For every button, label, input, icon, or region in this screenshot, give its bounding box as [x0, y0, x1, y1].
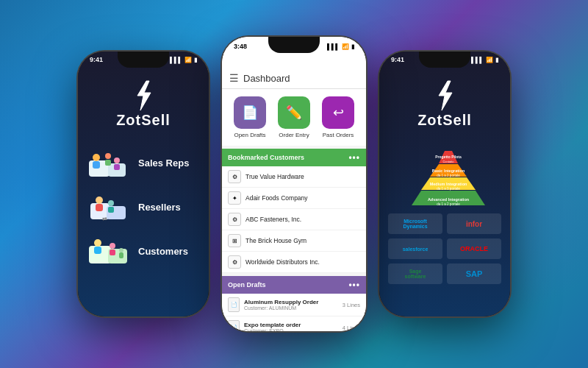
- svg-point-22: [119, 248, 123, 252]
- sage-logo: Sagesoftware: [388, 263, 442, 284]
- pyramid-svg: Advanced Integration da 1 a 2 portale Me…: [408, 141, 489, 207]
- open-drafts-label: Open Drafts: [234, 132, 265, 138]
- resellers-figure: ⇄: [87, 189, 131, 224]
- customer-list: ⚙ True Value Hardware ✦ Adair Foods Comp…: [222, 166, 366, 273]
- integration-logos: MicrosoftDynamics infor salesforce ORACL…: [379, 213, 510, 284]
- sales-reps-item: Sales Reps: [87, 145, 200, 180]
- sap-logo: SAP: [447, 263, 501, 284]
- svg-marker-0: [137, 81, 151, 110]
- resellers-item: ⇄ Resellers: [87, 189, 200, 224]
- phone1-content: 9:41 ▌▌▌ 📶 ▮ ZotSell: [78, 52, 209, 316]
- svg-rect-8: [114, 164, 120, 170]
- salesforce-text: salesforce: [403, 247, 429, 252]
- phone1-time: 9:41: [90, 56, 103, 63]
- menu-icon[interactable]: ☰: [229, 72, 239, 84]
- sales-reps-label: Sales Reps: [138, 158, 189, 169]
- svg-text:Progetto Pilota: Progetto Pilota: [435, 155, 462, 159]
- customer-item-3[interactable]: ⚙ ABC Fasteners, Inc.: [222, 209, 366, 230]
- open-drafts-header: Open Drafts •••: [222, 276, 366, 294]
- phone-1: 9:41 ▌▌▌ 📶 ▮ ZotSell: [78, 52, 209, 316]
- resellers-illustration: ⇄: [87, 190, 130, 224]
- svg-rect-14: [108, 207, 114, 213]
- svg-text:da 1 a 3 portale: da 1 a 3 portale: [437, 187, 460, 191]
- open-drafts-button[interactable]: 📄 Open Drafts: [234, 96, 266, 138]
- phone3-screen: 9:41 ▌▌▌ 📶 ▮ ZotSell Advanced Integr: [379, 52, 510, 316]
- svg-text:Basic Integration: Basic Integration: [432, 169, 465, 173]
- dashboard-actions: 📄 Open Drafts ✏️ Order Entry ↩ Past Orde…: [222, 89, 366, 146]
- customer-item-2[interactable]: ✦ Adair Foods Company: [222, 188, 366, 209]
- infor-logo: infor: [447, 213, 501, 234]
- svg-point-13: [108, 200, 114, 206]
- svg-point-5: [105, 153, 111, 159]
- customer-item-5[interactable]: ⚙ Worldwide Distributors Inc.: [222, 252, 366, 273]
- customers-label: Customers: [138, 246, 188, 257]
- integration-pyramid: Advanced Integration da 1 a 2 portale Me…: [408, 141, 481, 203]
- customer-name-5: Worldwide Distributors Inc.: [245, 258, 320, 266]
- drafts-list: 📄 Aluminum Resupply Order Customer: ALUM…: [222, 294, 366, 331]
- svg-point-18: [94, 239, 101, 247]
- customers-illustration: [87, 234, 130, 268]
- dashboard-title: Dashboard: [243, 73, 290, 84]
- svg-point-7: [114, 158, 120, 163]
- draft-left-2: 📄 Expo template order Customer: EXPO: [228, 320, 301, 331]
- phone1-wifi-icon: 📶: [184, 57, 192, 63]
- microsoft-dynamics-logo: MicrosoftDynamics: [388, 213, 442, 234]
- customer-icon-4: ⊞: [228, 234, 241, 247]
- customers-item: Customers: [87, 233, 200, 269]
- salesforce-logo: salesforce: [388, 238, 442, 259]
- phone3-signal-icon: ▌▌▌: [471, 57, 484, 63]
- microsoft-dynamics-text: MicrosoftDynamics: [403, 219, 427, 229]
- customer-name-3: ABC Fasteners, Inc.: [245, 216, 301, 223]
- oracle-text: ORACLE: [460, 245, 488, 252]
- phone3-notch: [419, 52, 470, 68]
- open-drafts-icon: 📄: [234, 96, 266, 129]
- sales-reps-illustration: [87, 146, 130, 180]
- phone1-battery-icon: ▮: [194, 57, 197, 63]
- svg-rect-21: [110, 250, 115, 255]
- draft-item-1[interactable]: 📄 Aluminum Resupply Order Customer: ALUM…: [222, 294, 366, 316]
- draft-left-1: 📄 Aluminum Resupply Order Customer: ALUM…: [228, 297, 318, 312]
- svg-rect-19: [94, 247, 101, 254]
- oracle-logo: ORACLE: [447, 238, 501, 259]
- resellers-label: Resellers: [138, 202, 181, 213]
- phone1-signal-icon: ▌▌▌: [170, 57, 182, 63]
- phone2-status-icons: ▌▌▌ 📶 ▮: [327, 43, 354, 50]
- customer-item-1[interactable]: ⚙ True Value Hardware: [222, 166, 366, 188]
- phone3-content: 9:41 ▌▌▌ 📶 ▮ ZotSell Advanced Integr: [379, 52, 510, 316]
- svg-text:Advanced Integration: Advanced Integration: [428, 197, 470, 202]
- svg-point-3: [93, 154, 100, 161]
- bookmarked-more-icon[interactable]: •••: [348, 152, 360, 163]
- draft-title-2: Expo template order: [244, 322, 301, 328]
- customer-icon-1: ⚙: [228, 170, 241, 183]
- phone1-items-list: Sales Reps ⇄: [78, 139, 209, 275]
- customer-name-4: The Brick House Gym: [245, 237, 306, 244]
- phone3-bolt-icon: [433, 79, 456, 112]
- draft-doc-icon-2: 📄: [228, 320, 240, 331]
- past-orders-button[interactable]: ↩ Past Orders: [322, 96, 354, 138]
- phone2-screen: 3:48 ▌▌▌ 📶 ▮ ☰ Dashboard 📄 Open Drafts ✏…: [222, 37, 366, 331]
- past-orders-icon: ↩: [322, 96, 354, 129]
- customer-item-4[interactable]: ⊞ The Brick House Gym: [222, 230, 366, 252]
- infor-text: infor: [466, 220, 482, 228]
- phone3-wifi-icon: 📶: [486, 57, 493, 63]
- phone-2: 3:48 ▌▌▌ 📶 ▮ ☰ Dashboard 📄 Open Drafts ✏…: [222, 37, 366, 331]
- sales-reps-figure: [87, 145, 131, 180]
- phone2-notch: [268, 37, 320, 53]
- bookmarked-customers-header: Bookmarked Customers •••: [222, 149, 366, 166]
- order-entry-button[interactable]: ✏️ Order Entry: [278, 96, 310, 138]
- zotsell-title: ZotSell: [116, 112, 171, 129]
- phone1-notch: [118, 52, 169, 68]
- phone2-signal-icon: ▌▌▌: [327, 43, 340, 50]
- phone2-battery-icon: ▮: [351, 43, 354, 50]
- customer-icon-2: ✦: [228, 191, 241, 205]
- phone3-battery-icon: ▮: [495, 57, 498, 63]
- draft-item-2[interactable]: 📄 Expo template order Customer: EXPO 4 L…: [222, 316, 366, 331]
- phone3-time: 9:41: [391, 56, 404, 63]
- phone1-screen: 9:41 ▌▌▌ 📶 ▮ ZotSell: [78, 52, 209, 316]
- drafts-more-icon[interactable]: •••: [348, 280, 360, 290]
- dashboard-header: ☰ Dashboard: [222, 52, 366, 89]
- draft-lines-1: 3 Lines: [343, 302, 360, 308]
- svg-rect-23: [119, 252, 123, 258]
- svg-text:Medium Integration: Medium Integration: [430, 182, 467, 186]
- open-drafts-title: Open Drafts: [228, 281, 266, 289]
